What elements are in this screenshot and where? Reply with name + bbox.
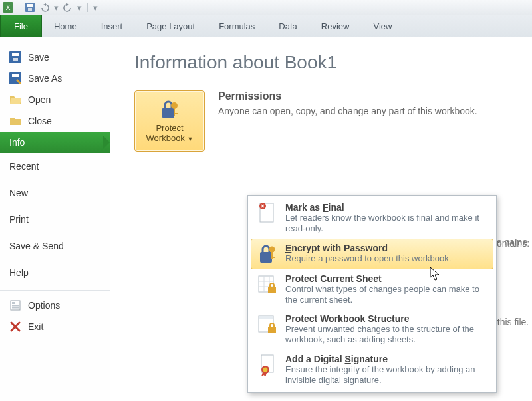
menu-item-encrypt-with-password[interactable]: Encrypt with Password Require a password… [251, 239, 493, 269]
sidebar-item-info[interactable]: Info [0, 132, 110, 153]
menu-item-title: Protect Current Sheet [285, 273, 488, 284]
menu-item-title: Encrypt with Password [285, 243, 488, 253]
tab-page-layout[interactable]: Page Layout [134, 15, 207, 37]
undo-icon[interactable] [39, 2, 50, 13]
exit-icon [9, 321, 21, 333]
sidebar-item-new[interactable]: New [0, 180, 110, 206]
lock-key-icon [158, 98, 181, 121]
sidebar-item-open[interactable]: Open [0, 89, 110, 110]
sidebar-item-label: Open [28, 94, 51, 105]
svg-rect-29 [268, 287, 276, 293]
menu-item-subtitle: Control what types of changes people can… [285, 284, 488, 306]
tab-file[interactable]: File [0, 15, 42, 37]
svg-rect-32 [268, 327, 276, 333]
sidebar-item-save-as[interactable]: Save As [0, 68, 110, 89]
save-icon[interactable] [25, 2, 35, 13]
sidebar-item-label: Save As [28, 73, 62, 84]
section-title: Permissions [218, 90, 520, 102]
redo-icon[interactable] [63, 2, 73, 13]
ribbon-tabs: File Home Insert Page Layout Formulas Da… [0, 15, 532, 37]
tab-review[interactable]: Review [309, 15, 362, 37]
menu-item-protect-current-sheet[interactable]: Protect Current Sheet Control what types… [251, 269, 493, 310]
section-text: Anyone can open, copy, and change any pa… [218, 105, 520, 118]
sidebar-item-options[interactable]: Options [0, 295, 110, 316]
svg-text:X: X [6, 4, 11, 11]
svg-rect-7 [13, 58, 18, 61]
tab-insert[interactable]: Insert [89, 15, 135, 37]
svg-point-35 [263, 367, 268, 372]
svg-rect-3 [27, 4, 33, 7]
protect-workbook-button[interactable]: Protect Workbook ▼ [134, 90, 205, 152]
menu-item-subtitle: Require a password to open this workbook… [285, 253, 488, 264]
button-label: Protect [156, 123, 183, 133]
svg-rect-4 [28, 8, 32, 11]
sidebar-item-print[interactable]: Print [0, 206, 110, 233]
page-title: Information about Book1 [134, 52, 520, 73]
sidebar-item-label: Save & Send [9, 241, 64, 251]
save-icon [9, 51, 21, 63]
sidebar-item-recent[interactable]: Recent [0, 153, 110, 180]
sidebar-item-label: Save [28, 52, 49, 63]
svg-rect-23 [271, 257, 275, 258]
menu-item-protect-workbook-structure[interactable]: Protect Workbook Structure Prevent unwan… [251, 309, 493, 350]
quick-access-toolbar: X ▾ ▾ ▾ [0, 0, 532, 15]
sidebar-item-label: Options [28, 300, 60, 311]
folder-close-icon [9, 115, 21, 127]
svg-rect-31 [259, 316, 273, 319]
menu-item-add-digital-signature[interactable]: Add a Digital Signature Ensure the integ… [251, 350, 493, 390]
menu-item-title: Mark as Final [285, 202, 488, 213]
document-final-icon [256, 202, 279, 225]
options-icon [9, 299, 21, 311]
menu-item-mark-as-final[interactable]: Mark as Final Let readers know the workb… [251, 198, 493, 239]
menu-item-subtitle: Let readers know the workbook is final a… [285, 213, 488, 235]
tab-formulas[interactable]: Formulas [207, 15, 267, 37]
sidebar-item-close[interactable]: Close [0, 110, 110, 132]
excel-icon: X [3, 2, 13, 13]
backstage-main: Information about Book1 Protect Workbook… [110, 37, 532, 401]
svg-rect-20 [260, 252, 272, 263]
sidebar-item-label: New [9, 188, 28, 198]
save-as-icon [9, 72, 21, 84]
protect-workbook-menu: Mark as Final Let readers know the workb… [247, 195, 497, 393]
menu-item-title: Add a Digital Signature [285, 354, 488, 364]
tab-data[interactable]: Data [267, 15, 309, 37]
svg-rect-9 [12, 74, 19, 77]
background-text: f this file. [492, 315, 529, 331]
chevron-down-icon: ▼ [188, 136, 194, 142]
sidebar-item-help[interactable]: Help [0, 259, 110, 286]
sidebar-item-label: Info [9, 137, 25, 148]
sidebar-item-label: Help [9, 267, 29, 278]
sidebar-item-exit[interactable]: Exit [0, 316, 110, 337]
menu-item-subtitle: Prevent unwanted changes to the structur… [285, 324, 488, 346]
sidebar-item-save-send[interactable]: Save & Send [0, 233, 110, 259]
svg-rect-11 [12, 302, 15, 304]
menu-item-title: Protect Workbook Structure [285, 313, 488, 324]
ribbon-seal-icon [256, 354, 279, 376]
svg-rect-17 [174, 113, 178, 114]
sheet-lock-icon [256, 273, 279, 296]
tab-home[interactable]: Home [42, 15, 89, 37]
svg-rect-22 [271, 251, 273, 259]
sidebar-item-save[interactable]: Save [0, 47, 110, 68]
tab-view[interactable]: View [361, 15, 404, 37]
workbook-lock-icon [256, 313, 279, 336]
button-label: Workbook ▼ [146, 133, 194, 143]
sidebar-item-label: Print [9, 214, 29, 225]
svg-rect-12 [12, 305, 19, 307]
lock-key-icon [256, 243, 279, 265]
svg-rect-6 [12, 53, 19, 56]
background-text: r's name [492, 235, 527, 251]
sidebar-item-label: Recent [9, 161, 39, 172]
folder-open-icon [9, 94, 21, 106]
svg-rect-14 [162, 108, 174, 118]
backstage-sidebar: Save Save As Open Close Info Recent New … [0, 37, 110, 401]
sidebar-item-label: Close [28, 116, 52, 126]
menu-item-subtitle: Ensure the integrity of the workbook by … [285, 364, 488, 386]
sidebar-item-label: Exit [28, 321, 43, 332]
svg-rect-13 [12, 307, 19, 309]
svg-rect-16 [174, 108, 175, 116]
